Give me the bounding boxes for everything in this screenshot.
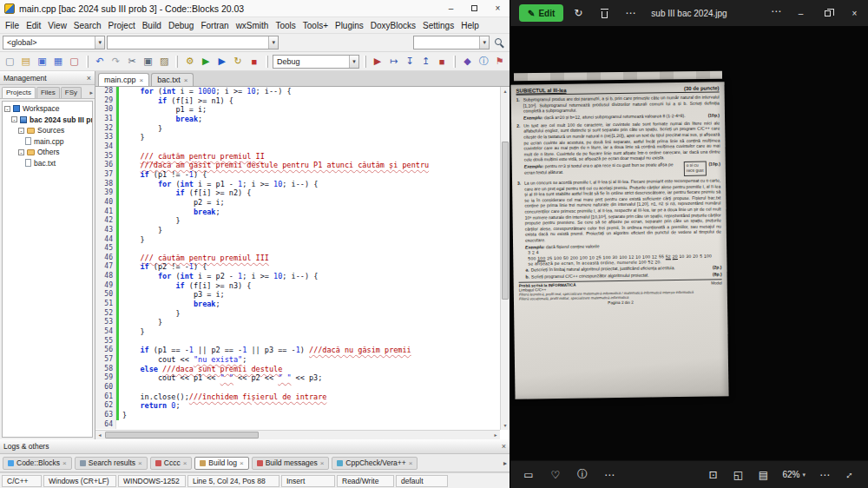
stop-debug-icon[interactable]: ■ (435, 54, 450, 69)
line-number[interactable]: 42 (95, 216, 116, 226)
tree-item-others[interactable]: -Others (3, 147, 92, 158)
scroll-left-icon[interactable]: ◂ (95, 431, 104, 439)
menu-build[interactable]: Build (139, 19, 165, 32)
line-number[interactable]: 46 (95, 254, 116, 263)
build-target-combo[interactable]: Debug▾ (273, 55, 359, 69)
filmstrip-icon[interactable]: ▤ (757, 469, 769, 481)
line-number[interactable]: 64 (95, 420, 116, 430)
zoom-level-dropdown[interactable]: 62%▾ (782, 470, 806, 479)
line-number[interactable]: 55 (95, 337, 116, 346)
menu-file[interactable]: File (2, 19, 23, 32)
code-line[interactable]: 38 for (int i = p1 - 1; i >= 10; i--) { (95, 180, 500, 189)
photo-stage[interactable]: SUBIECTUL al III-lea(30 de puncte)1.Subp… (510, 26, 868, 460)
save-icon[interactable]: ▣ (35, 54, 49, 69)
menu-plugins[interactable]: Plugins (332, 19, 367, 32)
menu-wxsmith[interactable]: wxSmith (233, 19, 273, 32)
build-and-run-icon[interactable]: ▶ (214, 54, 229, 69)
code-line[interactable]: 46 /// căutăm pentru premiul III (95, 254, 500, 263)
see-more-bottom-icon[interactable]: ⋯ (603, 469, 615, 481)
code-line[interactable]: 45 (95, 244, 500, 254)
close-log-tab-icon[interactable]: × (240, 459, 244, 467)
code-line[interactable]: 32 } (95, 124, 500, 134)
code-line[interactable]: 51 break; (95, 300, 500, 309)
logs-tab-scroll-icon[interactable]: ▸ (503, 459, 507, 467)
line-number[interactable]: 49 (95, 281, 116, 291)
menu-project[interactable]: Project (105, 19, 139, 32)
expander-icon[interactable]: - (11, 116, 17, 122)
close-log-tab-icon[interactable]: × (409, 459, 413, 467)
code-line[interactable]: 28 for (int i = 1000; i >= 10; i--) { (95, 87, 500, 96)
minimize-icon[interactable]: – (439, 0, 463, 16)
build-icon[interactable]: ⚙ (182, 54, 197, 69)
management-close-icon[interactable]: × (87, 74, 91, 82)
logs-tab-build-log[interactable]: Build log× (194, 457, 248, 470)
code-line[interactable]: 34 (95, 142, 500, 152)
run-icon[interactable]: ▶ (199, 54, 214, 69)
code-line[interactable]: 59 cout << p1 << " " << p2 << " " << p3; (95, 373, 500, 383)
doxyblocks-icon[interactable]: ⓘ (477, 54, 491, 69)
line-number[interactable]: 59 (95, 373, 116, 383)
tree-item-bac-txt[interactable]: bac.txt (3, 158, 92, 169)
step-into-icon[interactable]: ↧ (403, 54, 418, 69)
close-file-icon[interactable]: ▢ (67, 54, 82, 69)
code-line[interactable]: 53 } (95, 318, 500, 327)
line-number[interactable]: 56 (95, 346, 116, 355)
maximize-icon[interactable] (463, 0, 486, 16)
line-number[interactable]: 33 (95, 133, 116, 142)
line-number[interactable]: 35 (95, 152, 116, 162)
logs-close-icon[interactable]: × (502, 442, 506, 451)
menu-edit[interactable]: Edit (23, 19, 44, 32)
restore-icon[interactable] (814, 0, 841, 26)
line-number[interactable]: 36 (95, 161, 116, 170)
code-line[interactable]: 39 if (f[i] >= n2) { (95, 188, 500, 198)
bookmark-icon[interactable]: ⚑ (492, 54, 507, 69)
line-number[interactable]: 30 (95, 105, 116, 115)
line-number[interactable]: 57 (95, 355, 116, 365)
incremental-search-combo[interactable]: ▾ (413, 36, 490, 49)
logs-tab-build-messages[interactable]: Build messages× (252, 457, 330, 470)
expander-icon[interactable]: - (18, 149, 24, 155)
actual-size-icon[interactable]: ◱ (732, 469, 744, 481)
line-number[interactable]: 43 (95, 226, 116, 235)
paste-icon[interactable]: ▨ (157, 54, 172, 69)
code-line[interactable]: 33 } (95, 133, 500, 142)
editor-vertical-scrollbar[interactable]: ▴ ▾ (500, 87, 510, 430)
code-line[interactable]: 49 if (f[i] >= n3) { (95, 281, 500, 291)
rebuild-icon[interactable]: ↻ (231, 54, 246, 69)
tree-item-sources[interactable]: -Sources (3, 125, 92, 136)
save-all-icon[interactable]: ▦ (51, 54, 66, 69)
line-number[interactable]: 38 (95, 180, 116, 189)
logs-tab-cppcheck-vera[interactable]: CppCheck/Vera++× (332, 457, 418, 470)
menu-doxyblocks[interactable]: DoxyBlocks (367, 19, 419, 32)
line-number[interactable]: 51 (95, 300, 116, 309)
code-line[interactable]: 64 (95, 420, 500, 430)
management-tab-fsy[interactable]: FSy (61, 87, 82, 98)
line-number[interactable]: 50 (95, 290, 116, 300)
line-number[interactable]: 52 (95, 309, 116, 319)
code-line[interactable]: 50 p3 = i; (95, 290, 500, 300)
code-line[interactable]: 56 if (p1 == -1 || p2 == -1 || p3 == -1)… (95, 346, 500, 355)
menu-debug[interactable]: Debug (165, 19, 197, 32)
copy-icon[interactable]: ▣ (141, 54, 155, 69)
redo-icon[interactable]: ↷ (108, 54, 123, 69)
line-number[interactable]: 63 (95, 411, 116, 420)
code-line[interactable]: 54 } (95, 327, 500, 337)
line-number[interactable]: 53 (95, 318, 116, 327)
editor-tab-bac-txt[interactable]: bac.txt× (151, 73, 194, 86)
close-icon[interactable]: × (486, 0, 510, 16)
fortran-project-icon[interactable]: ◆ (460, 54, 475, 69)
line-number[interactable]: 60 (95, 383, 116, 392)
menu-view[interactable]: View (44, 19, 70, 32)
editor-horizontal-scrollbar[interactable]: ◂ ▸ (95, 430, 500, 439)
line-number[interactable]: 34 (95, 142, 116, 152)
new-file-icon[interactable]: ▢ (3, 54, 17, 69)
menu-search[interactable]: Search (70, 19, 105, 32)
code-line[interactable]: 42 } (95, 216, 500, 226)
menu-tools[interactable]: Tools (272, 19, 299, 32)
line-number[interactable]: 37 (95, 170, 116, 180)
code-line[interactable]: 37 if (p1 != -1) { (95, 170, 500, 180)
code-line[interactable]: 44 } (95, 235, 500, 245)
code-line[interactable]: 55 (95, 337, 500, 346)
logs-tab-code-blocks[interactable]: Code::Blocks× (3, 457, 72, 470)
line-number[interactable]: 28 (95, 87, 116, 96)
